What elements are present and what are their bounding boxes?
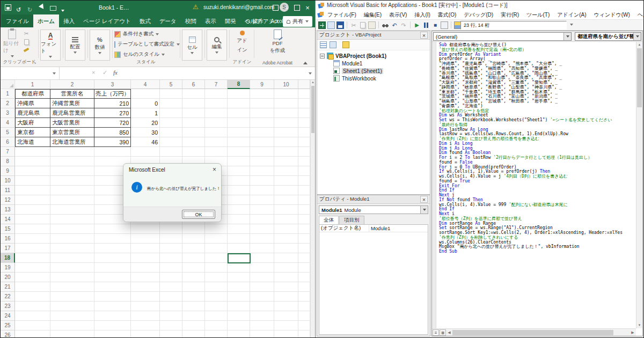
cell-r9c10[interactable] xyxy=(274,166,298,176)
row-header-24[interactable]: 24 xyxy=(1,311,15,321)
cell-r3c10[interactable] xyxy=(274,108,298,118)
cell-r12c9[interactable] xyxy=(250,195,274,205)
cell-r16c1[interactable] xyxy=(15,234,50,244)
excel-icon[interactable] xyxy=(318,21,326,29)
cell-r5c6[interactable] xyxy=(182,128,205,137)
cell-r14c9[interactable] xyxy=(250,215,274,224)
cell-r21c3[interactable] xyxy=(94,282,131,292)
cell-r21c9[interactable] xyxy=(250,282,274,292)
warning-icon[interactable]: ⚠ xyxy=(193,3,200,11)
save-icon[interactable] xyxy=(5,4,11,11)
row-header-12[interactable]: 12 xyxy=(1,195,15,205)
vertical-scrollbar[interactable]: ▲ xyxy=(310,80,315,337)
cell-r11c9[interactable] xyxy=(250,186,274,195)
cell-r1c11[interactable] xyxy=(298,89,310,99)
number-group-button[interactable]: % 数値 xyxy=(90,30,110,61)
cell-r3c6[interactable] xyxy=(182,108,205,118)
cell-r18c4[interactable] xyxy=(131,253,160,263)
property-row[interactable]: (オブジェクト名)Module1 xyxy=(319,225,428,232)
cell-r5c5[interactable] xyxy=(160,128,182,137)
cell-r10c1[interactable] xyxy=(15,176,50,186)
row-header-19[interactable]: 19 xyxy=(1,263,15,273)
column-header-6[interactable]: 6 xyxy=(182,80,205,89)
cell-r22c9[interactable] xyxy=(250,292,274,302)
cell-r13c11[interactable] xyxy=(298,205,310,215)
pointer-icon[interactable] xyxy=(39,4,45,11)
ribbon-tab-校閲[interactable]: 校閲 xyxy=(181,14,201,27)
cell-styles-button[interactable]: セルのスタイル xyxy=(114,49,179,60)
cell-r2c7[interactable] xyxy=(205,99,228,108)
cell-r17c7[interactable] xyxy=(205,244,228,253)
close-icon[interactable]: × xyxy=(213,166,216,173)
cell-r3c1[interactable]: 鹿児島県 xyxy=(15,108,50,118)
cell-r7c2[interactable] xyxy=(50,147,94,157)
cell-r22c3[interactable] xyxy=(94,292,131,302)
row-header-11[interactable]: 11 xyxy=(1,186,15,195)
cell-r4c7[interactable] xyxy=(205,118,228,128)
cell-r17c10[interactable] xyxy=(274,244,298,253)
paste-button[interactable]: 貼り付け xyxy=(3,30,21,60)
cell-r1c10[interactable] xyxy=(274,89,298,99)
cell-r22c6[interactable] xyxy=(182,292,205,302)
cell-r23c11[interactable] xyxy=(298,302,310,311)
cell-r1c5[interactable] xyxy=(160,89,182,99)
cell-r15c8[interactable] xyxy=(228,224,250,234)
cell-r25c2[interactable] xyxy=(50,321,94,330)
format-painter-icon[interactable] xyxy=(24,48,30,52)
ribbon-tab-ページ レイアウト[interactable]: ページ レイアウト xyxy=(79,14,135,27)
column-header-5[interactable]: 5 xyxy=(160,80,182,89)
cell-r14c10[interactable] xyxy=(274,215,298,224)
row-header-1[interactable]: 1 xyxy=(1,89,15,99)
cell-r19c6[interactable] xyxy=(182,263,205,273)
cell-r5c9[interactable] xyxy=(250,128,274,137)
cell-r16c9[interactable] xyxy=(250,234,274,244)
cell-r4c6[interactable] xyxy=(182,118,205,128)
cell-r3c11[interactable] xyxy=(298,108,310,118)
scroll-up-icon[interactable]: ▲ xyxy=(311,80,315,85)
code-line-35[interactable]: ws.Cells(i, 4).Value = 999 '配列にない都道府県は末尾… xyxy=(439,203,623,208)
cell-r12c8[interactable] xyxy=(228,195,250,205)
redo-icon[interactable]: ↷ xyxy=(400,21,407,29)
cell-r9c1[interactable] xyxy=(15,166,50,176)
cell-r15c6[interactable] xyxy=(182,224,205,234)
cell-r2c3[interactable]: 210 xyxy=(94,99,131,108)
properties-tab-全体[interactable]: 全体 xyxy=(319,216,339,224)
view-object-icon[interactable] xyxy=(330,41,336,48)
cell-r20c5[interactable] xyxy=(160,273,182,282)
cell-r17c11[interactable] xyxy=(298,244,310,253)
tellme-box[interactable]: 操作アシス xyxy=(246,18,280,25)
column-header-9[interactable]: 9 xyxy=(250,80,274,89)
cell-r18c11[interactable] xyxy=(298,253,310,263)
cell-r16c8[interactable] xyxy=(228,234,250,244)
ribbon-options-icon[interactable] xyxy=(270,1,281,14)
row-header-22[interactable]: 22 xyxy=(1,292,15,302)
copy-icon[interactable] xyxy=(359,21,367,29)
cell-r4c9[interactable] xyxy=(250,118,274,128)
cell-r3c7[interactable] xyxy=(205,108,228,118)
code-line-31[interactable]: Exit For xyxy=(439,184,623,189)
cell-r6c9[interactable] xyxy=(250,137,274,147)
row-header-17[interactable]: 17 xyxy=(1,244,15,253)
cell-r17c3[interactable] xyxy=(94,244,131,253)
cell-r16c7[interactable] xyxy=(205,234,228,244)
column-header-1[interactable]: 1 xyxy=(15,80,50,89)
cell-r18c2[interactable] xyxy=(50,253,94,263)
design-mode-icon[interactable] xyxy=(441,21,448,29)
cell-r1c9[interactable] xyxy=(250,89,274,99)
cell-r1c3[interactable]: 売上（万円） xyxy=(94,89,131,99)
scroll-right-icon[interactable]: ▶ xyxy=(630,330,636,335)
row-header-6[interactable]: 6 xyxy=(1,137,15,147)
cell-r4c10[interactable] xyxy=(274,118,298,128)
row-header-7[interactable]: 7 xyxy=(1,147,15,157)
close-icon[interactable]: × xyxy=(420,196,428,203)
close-icon[interactable]: × xyxy=(420,32,428,39)
cell-r23c5[interactable] xyxy=(160,302,182,311)
column-header-7[interactable]: 7 xyxy=(205,80,228,89)
cell-r24c10[interactable] xyxy=(274,311,298,321)
cell-r20c10[interactable] xyxy=(274,273,298,282)
row-header-23[interactable]: 23 xyxy=(1,302,15,311)
cell-r10c2[interactable] xyxy=(50,176,94,186)
cell-r22c11[interactable] xyxy=(298,292,310,302)
font-group-button[interactable]: A フォント xyxy=(40,30,61,61)
cell-r4c1[interactable]: 大阪府 xyxy=(15,118,50,128)
